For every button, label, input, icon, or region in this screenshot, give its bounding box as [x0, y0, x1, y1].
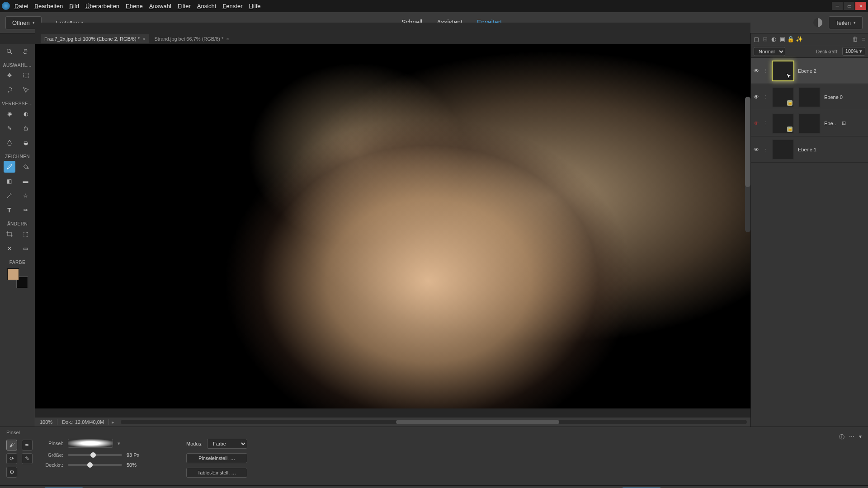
sponge-tool[interactable]: ◒ — [20, 137, 32, 149]
size-value[interactable]: 93 Px — [127, 452, 148, 458]
menu-image[interactable]: Bild — [69, 3, 79, 9]
marquee-tool[interactable] — [20, 70, 32, 81]
visibility-icon[interactable]: 👁 — [754, 68, 760, 74]
brush-variant-pencil[interactable]: ✎ — [22, 453, 33, 464]
close-button[interactable]: ✕ — [855, 2, 866, 10]
layer-thumbnail[interactable]: 🔒 — [772, 87, 794, 108]
share-button[interactable]: Teilen ▾ — [829, 16, 863, 29]
horizontal-scrollbar[interactable] — [121, 420, 747, 424]
blur-tool[interactable] — [4, 137, 15, 149]
close-icon[interactable]: × — [226, 36, 229, 42]
trash-icon[interactable]: 🗑 — [852, 36, 858, 42]
menu-edit[interactable]: Bearbeiten — [34, 3, 63, 9]
mask-icon[interactable]: ▣ 🔒 ✨ — [780, 36, 803, 42]
eraser-tool[interactable]: ◧ — [4, 175, 15, 187]
straighten-tool[interactable]: ▭ — [20, 243, 32, 254]
link-icon[interactable]: ⋮ — [764, 121, 768, 126]
content-move-tool[interactable]: ✕ — [4, 243, 15, 254]
lasso-tool[interactable] — [4, 84, 15, 96]
brush-preset-dropdown[interactable] — [68, 439, 113, 448]
link-icon[interactable]: ⋮ — [764, 68, 768, 73]
layer-row-ebene0copy[interactable]: 👁 ⋮ 🔒 Ebe… ⊞ — [751, 110, 868, 136]
chevron-right-icon[interactable]: ▸ — [109, 419, 117, 425]
hand-tool[interactable] — [20, 46, 32, 57]
text-tool[interactable]: T — [4, 204, 15, 216]
eyedropper-tool[interactable] — [4, 190, 15, 202]
layer-thumbnail[interactable] — [772, 139, 794, 160]
canvas[interactable] — [35, 44, 750, 408]
layer-mask-thumbnail[interactable] — [798, 113, 821, 134]
chevron-down-icon[interactable]: ▾ — [118, 441, 120, 446]
adjustment-icon[interactable]: ◐ — [771, 36, 776, 42]
doctab-1[interactable]: Frau7_2x.jpg bei 100% (Ebene 2, RGB/8) *… — [41, 34, 149, 43]
menu-layer[interactable]: Ebene — [126, 3, 143, 9]
link-icon[interactable]: ⋮ — [764, 94, 768, 99]
pencil-tool[interactable]: ✏ — [20, 204, 32, 216]
brush-variant-color-replace[interactable]: ⟳ — [6, 453, 17, 464]
smart-brush-tool[interactable]: ✎ — [4, 122, 15, 134]
link-icon[interactable]: ⋮ — [764, 147, 768, 152]
visibility-icon[interactable]: 👁 — [754, 120, 760, 127]
visibility-icon[interactable]: 👁 — [754, 146, 760, 153]
minimize-button[interactable]: ─ — [832, 2, 843, 10]
vertical-scrollbar[interactable] — [745, 97, 750, 232]
doctab-2[interactable]: Strand.jpg bei 66,7% (RGB/8) * × — [151, 34, 232, 43]
more-icon[interactable]: ⋯ — [849, 433, 854, 440]
zoom-tool[interactable] — [4, 46, 15, 57]
brush-opacity-value[interactable]: 50% — [127, 462, 148, 468]
help-icon[interactable]: ⓘ — [839, 433, 844, 441]
doc-info[interactable]: Dok.: 12,0M/40,0M — [57, 419, 109, 425]
opacity-slider[interactable] — [68, 464, 122, 466]
layer-row-ebene2[interactable]: 👁 ⋮ Ebene 2 — [751, 58, 868, 84]
menu-help[interactable]: Hilfe — [249, 3, 260, 9]
brush-variant-impressionist[interactable]: ✒ — [22, 440, 33, 450]
tablet-settings-button[interactable]: Tablet-Einstell. … — [186, 468, 247, 478]
menu-view[interactable]: Ansicht — [197, 3, 217, 9]
color-swatches[interactable] — [7, 268, 28, 288]
spot-heal-tool[interactable]: ◐ — [20, 108, 32, 120]
new-layer-icon[interactable]: ▢ — [754, 36, 759, 42]
menu-filter[interactable]: Filter — [178, 3, 191, 9]
panel-menu-icon[interactable]: ≡ — [862, 36, 865, 42]
layer-name[interactable]: Ebene 1 — [798, 147, 816, 152]
menu-file[interactable]: Datei — [14, 3, 28, 9]
layer-row-ebene0[interactable]: 👁 ⋮ 🔒 Ebene 0 — [751, 84, 868, 110]
brush-tool[interactable] — [4, 161, 15, 173]
menu-window[interactable]: Fenster — [222, 3, 242, 9]
quick-select-tool[interactable] — [20, 84, 32, 96]
clone-stamp-tool[interactable] — [20, 122, 32, 134]
visibility-icon[interactable]: 👁 — [754, 94, 760, 100]
layer-row-ebene1[interactable]: 👁 ⋮ Ebene 1 — [751, 136, 868, 163]
effects-icon[interactable]: ⊞ — [842, 120, 846, 126]
gradient-tool[interactable]: ▬ — [20, 175, 32, 187]
layer-name[interactable]: Ebene 0 — [824, 94, 843, 100]
layer-name[interactable]: Ebe… — [824, 121, 838, 126]
layer-name[interactable]: Ebene 2 — [798, 68, 816, 74]
shape-tool[interactable]: ☆ — [20, 190, 32, 202]
link-icon[interactable]: ✨ — [796, 36, 803, 42]
move-tool[interactable]: ✥ — [4, 70, 15, 81]
collapse-icon[interactable]: ▾ — [859, 433, 862, 440]
new-group-icon[interactable]: ⊞ — [763, 36, 768, 42]
menu-select[interactable]: Auswahl — [149, 3, 171, 9]
zoom-level[interactable]: 100% — [35, 419, 57, 425]
foreground-color-swatch[interactable] — [7, 268, 19, 280]
menu-enhance[interactable]: Überarbeiten — [85, 3, 119, 9]
blend-mode-select[interactable]: Normal — [754, 47, 785, 56]
layer-mask-thumbnail[interactable] — [798, 87, 821, 108]
layer-thumbnail[interactable] — [772, 61, 794, 81]
brush-settings-button[interactable]: Pinseleinstell. … — [186, 453, 247, 463]
lock-icon[interactable]: 🔒 — [787, 36, 794, 42]
maximize-button[interactable]: ▭ — [844, 2, 854, 10]
theme-toggle-icon[interactable] — [813, 18, 822, 27]
paint-bucket-tool[interactable] — [20, 161, 32, 173]
crop-tool[interactable] — [4, 228, 15, 240]
recompose-tool[interactable]: ⬚ — [20, 228, 32, 240]
opacity-input[interactable]: 100% ▾ — [842, 47, 865, 56]
close-icon[interactable]: × — [142, 36, 145, 42]
layer-thumbnail[interactable]: 🔒 — [772, 113, 794, 134]
brush-variant-regular[interactable]: 🖌 — [6, 440, 17, 450]
mode-select[interactable]: Farbe — [207, 439, 247, 449]
size-slider[interactable] — [68, 454, 122, 456]
brush-variant-pattern[interactable]: ⚙ — [6, 467, 17, 478]
